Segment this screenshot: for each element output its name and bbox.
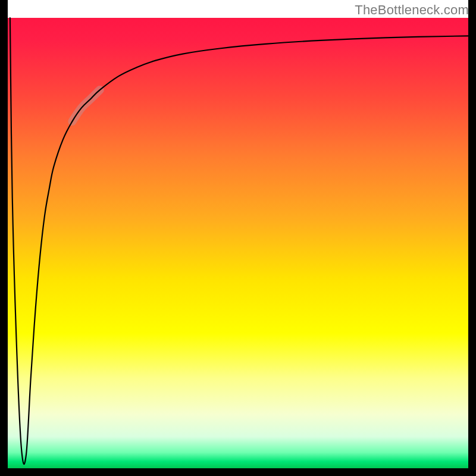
chart-background: [8, 18, 468, 468]
bottleneck-chart: [0, 0, 476, 476]
watermark-text: TheBottleneck.com: [355, 2, 469, 18]
frame-right: [468, 0, 476, 476]
frame-left: [0, 0, 8, 476]
frame-bottom: [0, 468, 476, 476]
chart-stage: TheBottleneck.com: [0, 0, 476, 476]
